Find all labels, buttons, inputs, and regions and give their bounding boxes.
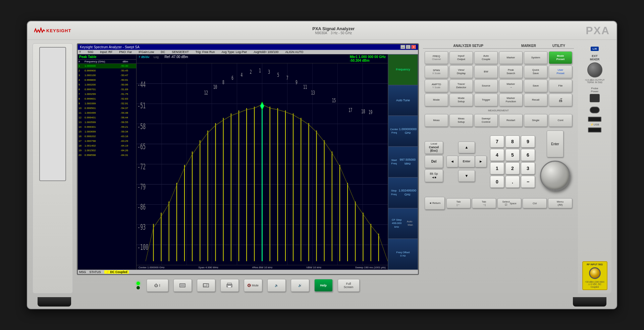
btn-cont[interactable]: Cont [549,114,572,127]
softkey-autotune[interactable]: Auto Tune [388,85,418,116]
num-6[interactable]: 6 [521,149,535,161]
maximize-btn[interactable]: □ [406,45,411,49]
btn-mode[interactable]: Mode [425,94,448,106]
btn-save[interactable]: Save [524,79,547,92]
softkey-frequency[interactable]: Frequency [388,54,418,85]
btn-select[interactable]: Select☑Space [497,198,522,208]
num-4[interactable]: 4 [490,149,504,161]
nav-up-button[interactable]: ▲ [458,142,475,153]
btn-single[interactable]: Single [524,114,547,127]
measurement-button-grid: Meas MeasSetup Sweep/Control Restart Sin… [423,114,574,127]
btn-restart[interactable]: Restart [499,114,523,127]
btn-cancel-local[interactable]: LocalCancel(Esc) [425,141,443,154]
fullscreen-button[interactable]: Full Screen [338,279,360,292]
btn-tab-left[interactable]: Tab |← [446,198,471,208]
num-minus[interactable]: − [521,176,535,188]
peak-table-row: 60.999701-51.69 [78,87,136,92]
btn-marker[interactable]: Marker [499,51,523,64]
btn-trace-detector[interactable]: Trace/Detector [449,79,473,92]
ext-mixer-knob[interactable] [587,62,602,77]
btn-return[interactable]: ◄ Return [425,197,445,210]
softkey-stop-freq[interactable]: Stop Freq1.002495000 GHz [388,177,418,208]
print-button[interactable] [220,279,239,292]
num-9[interactable]: 9 [521,135,535,148]
btn-quick-save[interactable]: QuickSave [524,65,547,78]
btn-del[interactable]: Del [425,155,443,168]
instrument-feet [28,295,616,309]
num-0[interactable]: 0 [490,176,504,188]
btn-file[interactable]: File [549,79,572,92]
mute-button[interactable]: 🔇 Mute [244,279,262,292]
btn-mode-preset[interactable]: ModePreset [549,51,572,64]
nav-enter-button[interactable]: Enter [458,156,475,167]
nav-right-button[interactable]: ► [475,156,487,167]
num-3[interactable]: 3 [521,162,535,174]
num-8[interactable]: 8 [505,135,520,148]
btn-input-output[interactable]: Input/Output [449,51,473,64]
peak-table-row: 11.000000-50.30 [78,64,136,68]
num-5[interactable]: 5 [505,149,520,161]
softkey-cf-step[interactable]: CF Step499.000 kHzAuto Man [388,208,418,239]
minimize-btn[interactable]: — [400,45,405,49]
window-restore-button[interactable] [197,279,215,292]
peak-table-area: Peak Table # Frequency (GHz) dBm 11.0000… [78,54,137,270]
btn-print[interactable]: 🖨 [549,94,572,106]
marker-label: MARKER [514,44,544,49]
num-dot[interactable]: . [505,176,520,188]
btn-marker-arrow[interactable]: Marker→ [499,79,523,92]
right-panel: ANALYZER SETUP MARKER UTILITY FREQChanne… [423,43,574,293]
btn-tab-right[interactable]: Tab →| [472,198,496,208]
btn-meas[interactable]: Meas [425,114,448,127]
btn-mode-setup[interactable]: ModeSetup [449,94,473,106]
power-button[interactable]: ⏻ I [147,279,168,292]
model-sub: N9030A 3 Hz - 50 GHz [81,31,586,35]
peak-table-row: 71.000299-51.75 [78,92,136,97]
btn-system[interactable]: System [524,51,547,64]
led-off [137,286,140,289]
volume-up-button[interactable]: 🔊 [291,279,309,292]
btn-sweep-control[interactable]: Sweep/Control [474,114,498,127]
btn-span-x-scale[interactable]: SPANX Scale [425,65,448,78]
btn-bw[interactable]: BW [474,65,498,78]
btn-meas-setup[interactable]: MeasSetup [449,114,473,127]
softkey-start-freq[interactable]: Start Freq997.505000 MHz [388,147,418,177]
softkey-freq-offset[interactable]: Freq Offset0 Hz [388,239,418,270]
svg-text:19: 19 [369,109,372,115]
btn-freq-channel[interactable]: FREQChannel [425,51,448,64]
num-7[interactable]: 7 [490,135,504,148]
btn-backspace[interactable]: Bk Sp◄■ [425,169,443,182]
btn-recall[interactable]: Recall [524,94,547,106]
peak-table-row: 31.000100-50.47 [78,73,136,78]
model-name: PXA Signal Analyzer [81,26,586,31]
btn-trigger[interactable]: Trigger [474,94,498,106]
softkey-center-freq[interactable]: Center Freq1.000000000 GHz [388,116,418,147]
close-btn[interactable]: ✕ [411,45,416,49]
window-minimize-button[interactable] [173,279,192,292]
nav-down-button[interactable]: ▼ [458,170,475,182]
nav-left-button[interactable]: ◄ [446,156,458,167]
enter-button[interactable]: Enter [547,130,564,157]
btn-auto-couple[interactable]: AutoCouple [474,51,498,64]
svg-text:4: 4 [240,72,243,78]
btn-ctrl[interactable]: Ctrl [523,198,547,208]
instrument-title: PXA Signal Analyzer N9030A 3 Hz - 50 GHz [81,26,586,35]
help-button[interactable]: Help [314,279,333,292]
numpad-row-2: 4 5 6 [490,149,535,161]
btn-source[interactable]: Source [474,79,498,92]
numpad: 7 8 9 4 5 6 1 2 3 0 [490,135,535,188]
btn-marker-function[interactable]: MarkerFunction [499,94,523,106]
btn-menu[interactable]: Menu (Alt) [548,198,572,208]
probe-power-connector[interactable] [590,94,600,102]
num-2[interactable]: 2 [505,162,520,174]
volume-down-button[interactable]: 🔉 [267,279,286,292]
btn-amptd-y-scale[interactable]: AMPTDY Scale [425,79,448,92]
btn-view-display[interactable]: View/Display [449,65,473,78]
btn-user-preset[interactable]: UserPreset [549,65,572,78]
foot-right [573,297,606,307]
spectrum-plot: 7 dB/div Log Ref -47.00 dBm Mkr1 1.000 0… [137,54,388,270]
btn-peak-search[interactable]: PeakSearch [499,65,523,78]
num-1[interactable]: 1 [490,162,504,174]
rf-connector[interactable] [589,267,601,279]
utility-label: UTILITY [544,44,574,49]
main-knob[interactable] [540,161,570,191]
